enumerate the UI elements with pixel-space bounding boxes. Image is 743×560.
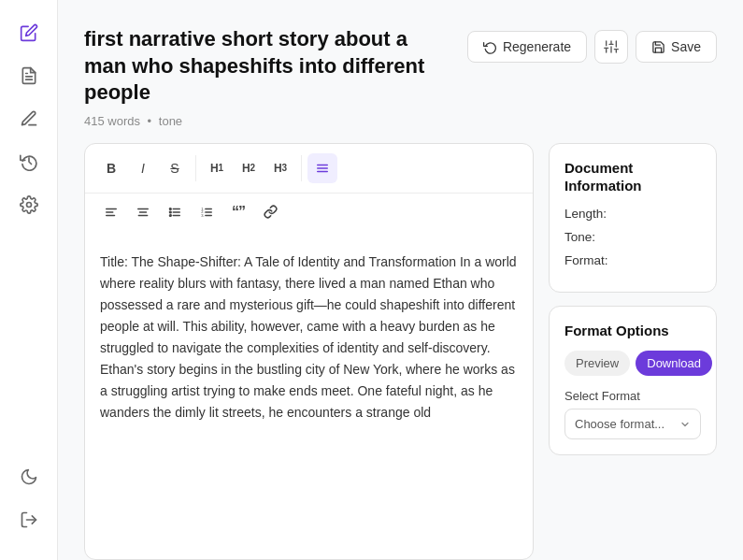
toolbar-separator-2 (301, 155, 302, 181)
page-title: first narrative short story about a man … (84, 26, 439, 107)
select-format-label: Select Format (564, 389, 701, 403)
align-center-icon (136, 206, 150, 219)
svg-text:3.: 3. (201, 212, 204, 217)
tone-row: Tone: (564, 230, 701, 244)
link-icon (264, 205, 278, 219)
quote-button[interactable]: “” (223, 197, 253, 227)
format-tabs: Preview Download (564, 351, 701, 376)
toolbar-row1: B I S H1 H2 H3 (85, 144, 533, 194)
sliders-icon (604, 39, 619, 54)
document-meta: 415 words • tone (84, 114, 717, 128)
sidebar-icon-edit[interactable] (11, 15, 47, 50)
sidebar-icon-settings[interactable] (11, 187, 47, 223)
h3-button[interactable]: H3 (265, 153, 295, 183)
right-panel: Document Information Length: Tone: Forma… (549, 143, 717, 560)
svg-point-25 (169, 208, 171, 209)
align-center-button[interactable] (128, 197, 158, 227)
link-button[interactable] (255, 197, 285, 227)
header: first narrative short story about a man … (84, 26, 717, 107)
bullet-list-button[interactable] (160, 197, 190, 227)
header-actions: Regenerate (467, 30, 717, 64)
align-left-button[interactable] (96, 197, 126, 227)
sidebar (0, 0, 58, 560)
sidebar-icon-moon[interactable] (11, 459, 47, 495)
settings-button[interactable] (594, 30, 628, 64)
tone-label: tone (159, 114, 182, 128)
meta-separator: • (148, 114, 152, 128)
format-options-card: Format Options Preview Download Select F… (549, 306, 717, 456)
document-info-card: Document Information Length: Tone: Forma… (549, 143, 717, 293)
format-select-placeholder: Choose format... (575, 417, 664, 431)
svg-point-27 (169, 214, 171, 216)
h1-button[interactable]: H1 (202, 153, 232, 183)
sidebar-icon-history[interactable] (11, 144, 47, 179)
content-row: B I S H1 H2 H3 (84, 143, 717, 560)
chevron-down-icon (679, 419, 691, 430)
format-row: Format: (564, 253, 701, 267)
sidebar-icon-document[interactable] (11, 58, 47, 93)
regenerate-button[interactable]: Regenerate (467, 31, 587, 63)
sidebar-icon-logout[interactable] (11, 502, 47, 538)
ordered-list-icon: 1. 2. 3. (200, 206, 213, 219)
toolbar-separator-1 (195, 155, 196, 181)
save-icon (651, 40, 665, 54)
svg-point-2 (26, 203, 31, 208)
save-button[interactable]: Save (636, 31, 717, 63)
ordered-list-button[interactable]: 1. 2. 3. (192, 197, 221, 227)
regenerate-icon (483, 40, 497, 54)
download-tab[interactable]: Download (636, 351, 712, 376)
align-justify-button[interactable] (307, 153, 337, 183)
main-area: first narrative short story about a man … (58, 0, 743, 560)
info-card-title: Document Information (564, 159, 701, 195)
word-count: 415 words (84, 114, 140, 128)
svg-point-26 (169, 211, 171, 213)
bold-button[interactable]: B (96, 153, 126, 183)
h2-button[interactable]: H2 (234, 153, 264, 183)
preview-tab[interactable]: Preview (564, 351, 630, 376)
bullet-list-icon (168, 206, 181, 219)
justify-icon (316, 162, 329, 175)
sidebar-icon-pencil[interactable] (11, 101, 47, 136)
strikethrough-button[interactable]: S (160, 153, 190, 183)
align-left-icon (105, 206, 118, 219)
italic-button[interactable]: I (128, 153, 158, 183)
format-card-title: Format Options (564, 322, 701, 340)
length-row: Length: (564, 207, 701, 221)
editor-panel: B I S H1 H2 H3 (84, 143, 534, 560)
editor-content[interactable]: Title: The Shape-Shifter: A Tale of Iden… (85, 237, 533, 559)
format-select-dropdown[interactable]: Choose format... (564, 409, 701, 439)
toolbar-row2: 1. 2. 3. “” (85, 194, 533, 237)
